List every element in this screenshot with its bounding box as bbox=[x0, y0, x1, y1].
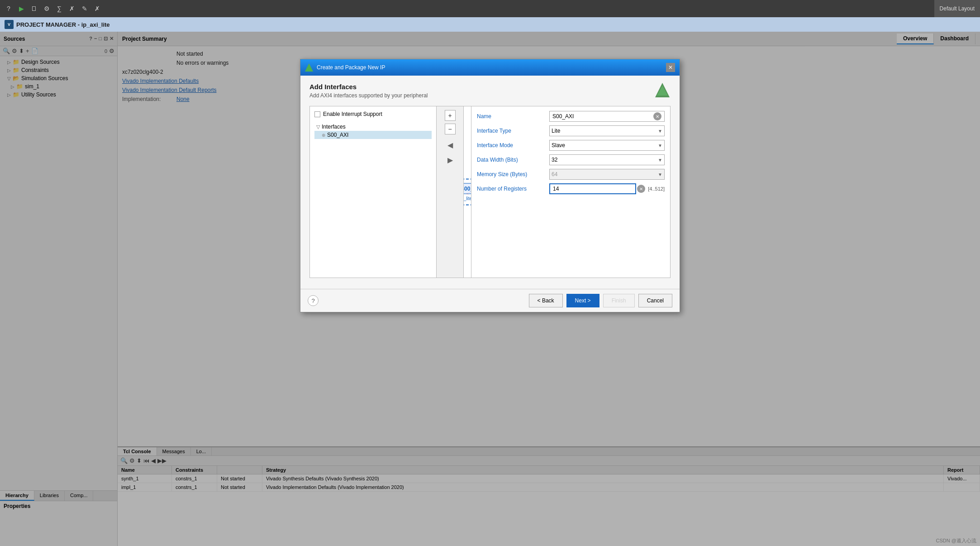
modal-center-panel: + − ◀ ▶ bbox=[437, 106, 464, 278]
form-select-memory-size[interactable]: 64 ▼ bbox=[549, 169, 665, 180]
toolbar-icon-6[interactable]: ✎ bbox=[80, 4, 90, 14]
form-row-name: Name S00_AXI ✕ bbox=[477, 111, 665, 122]
modal-diagram: — S00_AXI ip_axi_lite_v1.0 bbox=[464, 106, 471, 278]
name-value: S00_AXI bbox=[552, 113, 574, 120]
collapse-left-arrow[interactable]: ◀ bbox=[447, 141, 453, 149]
form-row-memory-size: Memory Size (Bytes) 64 ▼ bbox=[477, 169, 665, 180]
modal-close-button[interactable]: ✕ bbox=[666, 63, 675, 72]
clear-name-button[interactable]: ✕ bbox=[653, 112, 661, 120]
finish-button: Finish bbox=[603, 294, 635, 307]
toolbar-icon-2[interactable]: 🗌 bbox=[29, 4, 39, 14]
toolbar-icon-3[interactable]: ⚙ bbox=[42, 4, 52, 14]
ip-block-inner: — S00_AXI bbox=[464, 183, 471, 194]
ip-block: — S00_AXI ip_axi_lite_v1.0 bbox=[464, 179, 471, 206]
interrupt-checkbox-row: Enable Interrupt Support bbox=[314, 111, 432, 117]
modal-left-panel: Enable Interrupt Support ▽ Interfaces ⊕ … bbox=[310, 106, 437, 278]
form-label-interface-mode: Interface Mode bbox=[477, 142, 549, 148]
add-interface-button[interactable]: + bbox=[445, 110, 456, 121]
form-row-num-registers: Number of Registers ✕ [4..512] bbox=[477, 183, 665, 194]
form-select-interface-type[interactable]: Lite ▼ bbox=[549, 125, 665, 136]
next-button[interactable]: Next > bbox=[566, 294, 599, 307]
interface-type-value: Lite bbox=[552, 128, 560, 134]
dropdown-arrow-icon-2: ▼ bbox=[658, 143, 662, 148]
default-layout-button[interactable]: Default Layout bbox=[934, 0, 980, 17]
modal-title-left: Create and Package New IP bbox=[305, 63, 385, 72]
num-registers-input[interactable] bbox=[549, 183, 636, 194]
interrupt-label: Enable Interrupt Support bbox=[323, 111, 382, 117]
interfaces-root: ▽ Interfaces bbox=[314, 123, 432, 131]
memory-size-value: 64 bbox=[552, 171, 557, 177]
modal-overlay: Create and Package New IP ✕ Add Interfac… bbox=[0, 32, 980, 546]
toolbar-icon-1[interactable]: ? bbox=[4, 4, 14, 14]
app-title: PROJECT MANAGER - ip_axi_lite bbox=[16, 21, 110, 28]
modal-form-panel: Name S00_AXI ✕ Interface Type Lite ▼ bbox=[471, 106, 670, 278]
ip-block-name: S00_AXI bbox=[464, 186, 471, 192]
modal-titlebar: Create and Package New IP ✕ bbox=[300, 59, 680, 76]
data-width-value: 32 bbox=[552, 157, 557, 163]
modal-content-area: Enable Interrupt Support ▽ Interfaces ⊕ … bbox=[309, 106, 671, 278]
registers-range-label: [4..512] bbox=[648, 186, 665, 192]
ip-block-subtitle: ip_axi_lite_v1.0 bbox=[464, 196, 471, 201]
form-label-name: Name bbox=[477, 113, 549, 120]
tree-expand-icon: ▽ bbox=[316, 124, 320, 130]
modal-title: Create and Package New IP bbox=[317, 64, 385, 71]
back-button[interactable]: < Back bbox=[529, 294, 563, 307]
vivado-logo-icon bbox=[305, 63, 313, 72]
remove-interface-button[interactable]: − bbox=[445, 124, 456, 134]
form-label-data-width: Data Width (Bits) bbox=[477, 157, 549, 163]
modal-footer: ? < Back Next > Finish Cancel bbox=[300, 289, 680, 312]
run-btn[interactable]: ▶ bbox=[16, 4, 26, 14]
modal-section-title: Add Interfaces bbox=[309, 83, 671, 91]
app-icon: V bbox=[5, 20, 14, 29]
footer-buttons: < Back Next > Finish Cancel bbox=[529, 294, 672, 307]
form-select-interface-mode[interactable]: Slave ▼ bbox=[549, 140, 665, 151]
form-label-num-registers: Number of Registers bbox=[477, 186, 549, 192]
modal-body: Add Interfaces Add AXI4 interfaces suppo… bbox=[300, 76, 680, 289]
form-row-data-width: Data Width (Bits) 32 ▼ bbox=[477, 154, 665, 165]
s00-axi-label: S00_AXI bbox=[327, 132, 348, 138]
dropdown-arrow-icon-3: ▼ bbox=[658, 158, 662, 163]
s00-axi-item[interactable]: ⊕ S00_AXI bbox=[314, 131, 432, 139]
title-bar: V PROJECT MANAGER - ip_axi_lite bbox=[0, 17, 980, 32]
top-toolbar: ? ▶ 🗌 ⚙ ∑ ✗ ✎ ✗ Default Layout bbox=[0, 0, 980, 17]
modal-create-package: Create and Package New IP ✕ Add Interfac… bbox=[300, 59, 680, 312]
collapse-right-arrow[interactable]: ▶ bbox=[447, 156, 453, 164]
form-label-memory-size: Memory Size (Bytes) bbox=[477, 171, 549, 177]
toolbar-icon-4[interactable]: ∑ bbox=[54, 4, 64, 14]
form-row-interface-mode: Interface Mode Slave ▼ bbox=[477, 140, 665, 151]
ip-block-text: S00_AXI bbox=[464, 186, 471, 192]
cancel-button[interactable]: Cancel bbox=[638, 294, 672, 307]
form-row-interface-type: Interface Type Lite ▼ bbox=[477, 125, 665, 136]
dropdown-arrow-icon-4: ▼ bbox=[658, 172, 662, 177]
help-button[interactable]: ? bbox=[308, 295, 319, 306]
toolbar-icon-5[interactable]: ✗ bbox=[67, 4, 77, 14]
modal-section-sub: Add AXI4 interfaces supported by your pe… bbox=[309, 92, 671, 99]
form-select-data-width[interactable]: 32 ▼ bbox=[549, 154, 665, 165]
form-input-name: S00_AXI ✕ bbox=[549, 111, 665, 122]
interfaces-tree: ▽ Interfaces ⊕ S00_AXI bbox=[314, 123, 432, 139]
vivado-logo-svg bbox=[654, 82, 671, 98]
interrupt-checkbox[interactable] bbox=[314, 111, 320, 117]
clear-registers-button[interactable]: ✕ bbox=[637, 185, 645, 193]
interface-mode-value: Slave bbox=[552, 142, 565, 148]
dropdown-arrow-icon: ▼ bbox=[658, 129, 662, 134]
pin-icon: ⊕ bbox=[322, 133, 325, 138]
toolbar-icon-7[interactable]: ✗ bbox=[92, 4, 102, 14]
form-label-interface-type: Interface Type bbox=[477, 128, 549, 134]
interfaces-label: Interfaces bbox=[322, 124, 346, 130]
